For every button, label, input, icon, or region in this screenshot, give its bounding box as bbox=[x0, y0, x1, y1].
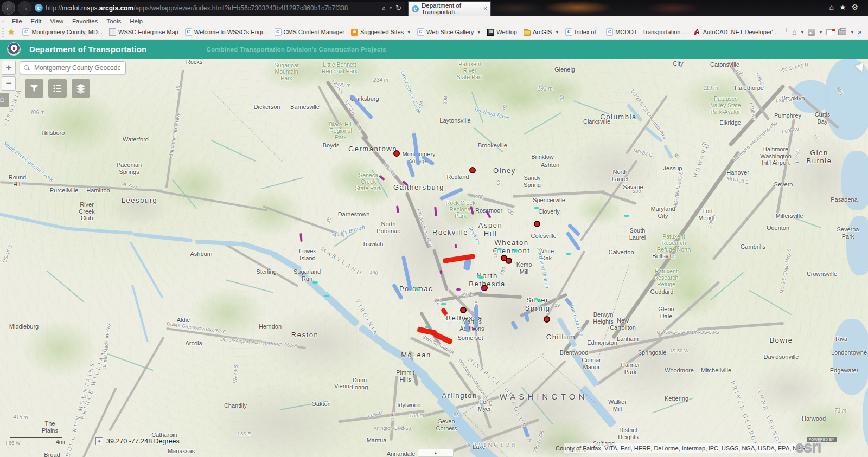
webtop-icon bbox=[487, 29, 494, 36]
url-text[interactable]: http://mcdot.maps.arcgis.com/apps/webapp… bbox=[46, 4, 379, 12]
print-icon[interactable] bbox=[838, 29, 846, 35]
rss-feed-icon[interactable] bbox=[808, 29, 815, 36]
geocode-search-box[interactable] bbox=[20, 61, 126, 74]
menu-view[interactable]: View bbox=[46, 18, 68, 24]
favorites-bar: ★ Montgomery County, MD...WSSC Enterpris… bbox=[0, 25, 868, 40]
favorite-item[interactable]: Welcome to WSSC's Engi... bbox=[182, 28, 271, 36]
favorite-item[interactable]: Montgomery County, MD... bbox=[19, 28, 106, 36]
legend-button[interactable] bbox=[48, 79, 67, 98]
urban-area bbox=[108, 189, 168, 227]
map-canvas[interactable]: VIRGINIA406 m.HillsboroWaterfordPaeonian… bbox=[0, 59, 868, 457]
project-tick-purple[interactable] bbox=[455, 244, 457, 248]
project-tick-cyan[interactable] bbox=[425, 326, 430, 328]
menu-file[interactable]: File bbox=[8, 18, 27, 24]
tab-close-icon[interactable]: × bbox=[483, 5, 487, 12]
refresh-icon[interactable]: ↻ bbox=[395, 4, 401, 12]
place-label: Dickerson bbox=[254, 104, 280, 111]
project-point-marker[interactable] bbox=[460, 307, 467, 313]
browser-tab[interactable]: e Department of Transportati... × bbox=[408, 1, 491, 16]
ie-page-icon bbox=[606, 28, 613, 36]
home-dropdown-icon[interactable]: ▼ bbox=[801, 30, 805, 34]
place-label: Rocks bbox=[186, 59, 203, 65]
more-commands-chevron-icon[interactable]: » bbox=[858, 28, 861, 36]
project-tick-cyan[interactable] bbox=[478, 276, 484, 279]
zoom-out-button[interactable]: − bbox=[2, 76, 16, 91]
coordinates-icon[interactable] bbox=[95, 437, 103, 445]
layers-button[interactable] bbox=[72, 79, 90, 98]
favorite-item[interactable]: ArcGIS▼ bbox=[520, 29, 562, 36]
park-area bbox=[22, 319, 98, 378]
ie-page-icon bbox=[22, 28, 29, 36]
print-dropdown-icon[interactable]: ▼ bbox=[850, 30, 854, 34]
favorite-item[interactable]: AAutoCAD .NET Developer'... bbox=[691, 28, 781, 36]
project-line-blue[interactable] bbox=[412, 133, 420, 165]
project-tick-cyan[interactable] bbox=[312, 281, 318, 284]
zoom-in-button[interactable]: + bbox=[2, 61, 16, 75]
favorite-item[interactable]: MCDOT - Transportation ... bbox=[603, 28, 690, 36]
river-line bbox=[46, 270, 84, 302]
project-tick-cyan[interactable] bbox=[441, 303, 446, 305]
project-tick-purple[interactable] bbox=[456, 288, 461, 291]
place-label: Crownsville bbox=[807, 271, 837, 278]
project-tick-cyan[interactable] bbox=[497, 248, 502, 250]
park-area bbox=[347, 170, 396, 208]
chevron-down-icon[interactable]: ▼ bbox=[477, 30, 481, 34]
river-line bbox=[334, 228, 361, 247]
menu-edit[interactable]: Edit bbox=[27, 18, 46, 24]
search-input[interactable] bbox=[33, 63, 122, 72]
menu-help[interactable]: Help bbox=[125, 18, 147, 24]
project-line-blue[interactable] bbox=[474, 306, 478, 328]
place-label: Aldie bbox=[177, 317, 190, 324]
project-point-marker[interactable] bbox=[393, 150, 400, 157]
favorite-item[interactable]: WSSC Enterprise Map bbox=[106, 28, 182, 36]
project-tick-purple[interactable] bbox=[440, 270, 443, 274]
home-page-icon[interactable]: ⌂ bbox=[792, 28, 796, 36]
project-tick-purple[interactable] bbox=[299, 233, 302, 242]
favorite-item[interactable]: Webtop bbox=[484, 29, 520, 36]
default-extent-home-button[interactable]: ⌂ bbox=[0, 93, 9, 107]
favorite-item[interactable]: Web Slice Gallery▼ bbox=[414, 28, 484, 36]
favorite-item[interactable]: Index of - bbox=[562, 28, 603, 36]
place-label: Spencerville bbox=[533, 197, 565, 204]
menu-tools[interactable]: Tools bbox=[102, 18, 125, 24]
place-label: Ashton bbox=[541, 162, 559, 169]
home-icon[interactable]: ⌂ bbox=[829, 3, 839, 11]
layers-icon bbox=[75, 83, 86, 94]
favorite-item[interactable]: Suggested Sites▼ bbox=[348, 29, 414, 36]
road-label: I-66-W bbox=[6, 440, 21, 446]
address-bar[interactable]: e http://mcdot.maps.arcgis.com/apps/weba… bbox=[31, 2, 405, 14]
project-point-marker[interactable] bbox=[506, 258, 512, 264]
road-label: 95 bbox=[673, 152, 681, 160]
project-line-blue[interactable] bbox=[421, 155, 435, 166]
project-tick-cyan[interactable] bbox=[624, 215, 629, 217]
project-point-marker[interactable] bbox=[469, 167, 476, 173]
favorites-star-icon[interactable]: ★ bbox=[839, 3, 852, 11]
settings-gear-icon[interactable]: ⚙ bbox=[851, 3, 864, 11]
forward-button[interactable]: → bbox=[18, 1, 31, 15]
road-line bbox=[449, 361, 476, 398]
project-point-marker[interactable] bbox=[534, 221, 540, 227]
attribution-expand-button[interactable]: ▲ bbox=[418, 449, 454, 457]
project-tick-cyan[interactable] bbox=[534, 207, 539, 209]
project-point-marker[interactable] bbox=[544, 316, 550, 323]
project-tick-cyan[interactable] bbox=[324, 295, 329, 297]
chevron-down-icon[interactable]: ▼ bbox=[407, 30, 411, 34]
project-tick-purple[interactable] bbox=[472, 328, 476, 330]
favorite-item[interactable]: CMS Content Manager bbox=[271, 28, 348, 36]
filter-button[interactable] bbox=[25, 79, 43, 98]
toolbar-grip bbox=[2, 27, 4, 37]
project-line-blue[interactable] bbox=[406, 160, 416, 178]
back-button[interactable]: ← bbox=[2, 1, 15, 15]
project-tick-cyan[interactable] bbox=[566, 253, 571, 255]
project-tick-cyan[interactable] bbox=[513, 249, 518, 252]
read-mail-icon[interactable] bbox=[826, 29, 834, 35]
add-favorite-star-icon[interactable]: ★ bbox=[8, 27, 15, 37]
menu-favorites[interactable]: Favorites bbox=[68, 18, 102, 24]
place-label: Darnestown bbox=[338, 211, 370, 218]
search-icon[interactable]: ⌕ bbox=[382, 4, 386, 12]
road-label: 124 bbox=[418, 101, 425, 110]
chevron-down-icon[interactable]: ▼ bbox=[555, 30, 559, 34]
project-tick-purple[interactable] bbox=[481, 288, 485, 290]
address-dropdown-icon[interactable]: ▼ bbox=[388, 5, 393, 10]
feed-dropdown-icon[interactable]: ▼ bbox=[819, 30, 822, 34]
